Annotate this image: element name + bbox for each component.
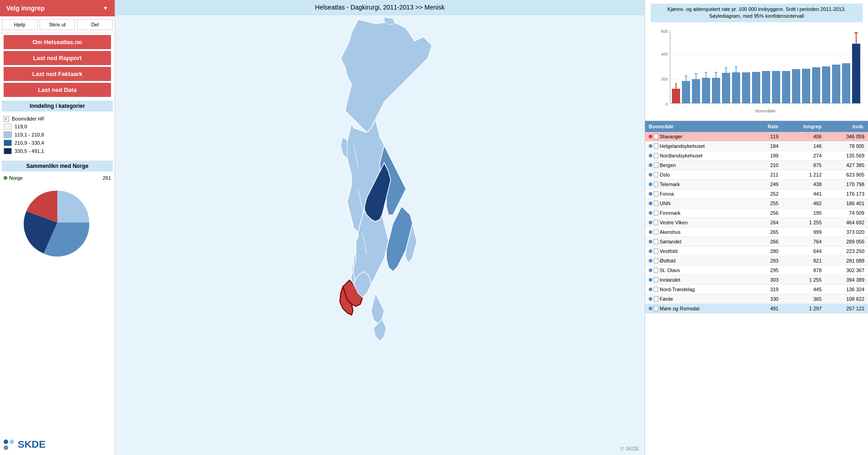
cell-boområde: Bergen (645, 160, 752, 170)
bar-oslo (712, 78, 720, 103)
table-row[interactable]: Finnmark 256 195 74 509 (645, 208, 868, 217)
cell-inngrep: 438 (782, 179, 825, 189)
table-row[interactable]: Telemark 249 438 170 798 (645, 179, 868, 189)
bar-telemark (722, 73, 730, 103)
bar-helgeland (682, 81, 690, 103)
cell-rate: 199 (752, 151, 782, 160)
cell-boområde: Helgelandsykehuset (645, 141, 752, 151)
last-ned-rapport-button[interactable]: Last ned Rapport (4, 51, 111, 65)
row-dot-icon (649, 288, 652, 291)
table-row[interactable]: Møre og Romsdal 491 1 297 257 122 (645, 303, 868, 313)
bar-innlandet (822, 66, 830, 103)
bar-sorlandet (782, 71, 790, 103)
row-doc-icon (654, 172, 658, 177)
table-row[interactable]: Stavanger 119 406 346 059 (645, 132, 868, 142)
legend-label-1: 119,1 - 210,8 (15, 132, 44, 137)
cell-inngrep: 1 212 (782, 170, 825, 179)
row-dot-icon (649, 182, 652, 186)
cell-innb: 176 173 (825, 189, 868, 198)
row-doc-icon (654, 143, 658, 149)
table-row[interactable]: Østfold 283 821 281 088 (645, 256, 868, 265)
cell-rate: 266 (752, 237, 782, 246)
table-row[interactable]: St. Olavs 295 878 302 367 (645, 265, 868, 275)
table-row[interactable]: Fonna 252 441 176 173 (645, 189, 868, 198)
row-doc-icon (654, 191, 658, 197)
row-dot-icon (649, 163, 652, 167)
cell-rate: 319 (752, 284, 782, 294)
cell-rate: 303 (752, 275, 782, 284)
table-row[interactable]: Bergen 210 875 427 385 (645, 160, 868, 170)
cell-boområde: Vestre Viken (645, 217, 752, 227)
row-doc-icon (654, 306, 658, 311)
skde-dot-row-1 (4, 440, 14, 444)
row-doc-icon (654, 134, 658, 139)
row-dot-icon (649, 154, 652, 157)
cell-inngrep: 406 (782, 132, 825, 142)
row-doc-icon (654, 229, 658, 235)
cell-boområde: Sørlandet (645, 237, 752, 246)
table-row[interactable]: Vestre Viken 264 1 255 464 692 (645, 217, 868, 227)
map-lista (373, 319, 387, 341)
cell-inngrep: 274 (782, 151, 825, 160)
row-dot-icon (649, 268, 652, 272)
velg-inngrep-button[interactable]: Velg inngrep ▼ (0, 0, 115, 16)
cell-innb: 108 622 (825, 294, 868, 303)
row-doc-icon (654, 162, 658, 168)
row-dot-icon (649, 221, 652, 224)
cell-rate: 283 (752, 256, 782, 265)
row-doc-icon (654, 182, 658, 187)
last-ned-faktaark-button[interactable]: Last ned Faktaark (4, 67, 111, 81)
bar-unn (742, 72, 750, 103)
cell-rate: 256 (752, 208, 782, 217)
pie-chart (21, 186, 94, 259)
table-row[interactable]: Akershus 265 999 373 020 (645, 227, 868, 237)
chart-title-line2: Søylediagram, med 95% konfidensintervall (709, 13, 804, 19)
table-row[interactable]: Helgelandsykehuset 184 146 78 005 (645, 141, 868, 151)
cell-rate: 491 (752, 303, 782, 313)
table-row[interactable]: Oslo 211 1 212 623 905 (645, 170, 868, 179)
compare-label: Norge (9, 175, 23, 181)
bar-vestre-viken (762, 71, 770, 103)
bar-chart-svg: 0 200 400 600 (651, 26, 863, 117)
bar-vestfold (792, 69, 800, 103)
skriv-ut-button[interactable]: Skriv ut (40, 19, 76, 30)
bar-ostfold (802, 69, 810, 103)
table-row[interactable]: Sørlandet 266 764 289 056 (645, 237, 868, 246)
legend-hf-label: Boområder HF (12, 116, 45, 121)
bar-nordland (692, 79, 700, 103)
legend-item-1: 119,1 - 210,8 (4, 131, 111, 139)
cell-inngrep: 365 (782, 294, 825, 303)
cell-inngrep: 644 (782, 246, 825, 256)
table-row[interactable]: UNN 255 482 186 401 (645, 198, 868, 208)
cell-innb: 346 059 (825, 132, 868, 142)
cell-inngrep: 999 (782, 227, 825, 237)
bar-akershus (772, 71, 780, 103)
row-doc-icon (654, 277, 658, 283)
map-content[interactable]: © SKDE (115, 15, 645, 455)
table-header-row: Boområde Rate Inngrep Innb. (645, 121, 868, 132)
hjelp-button[interactable]: Hjelp (2, 19, 38, 30)
row-dot-icon (649, 144, 652, 148)
legend-swatch-light (4, 131, 12, 138)
col-rate[interactable]: Rate (752, 121, 782, 132)
skde-label: SKDE (18, 439, 45, 450)
table-row[interactable]: Førde 330 365 108 622 (645, 294, 868, 303)
col-inngrep: Inngrep (782, 121, 825, 132)
compare-value: 261 (103, 175, 111, 181)
chart-title-line1: Kjønns- og aldersjustert rate pr. 100 00… (667, 6, 846, 12)
row-dot-icon (649, 211, 652, 215)
last-ned-data-button[interactable]: Last ned Data (4, 83, 111, 97)
table-row[interactable]: Nord-Trøndelag 319 445 136 324 (645, 284, 868, 294)
compare-row: Norge 261 (4, 175, 111, 181)
legend: ✓ Boområder HF 119,0 119,1 - 210,8 210,9… (0, 113, 115, 157)
table-row[interactable]: Nordlandsykehuset 199 274 135 569 (645, 151, 868, 160)
table-row[interactable]: Innlandet 303 1 255 394 389 (645, 275, 868, 284)
table-row[interactable]: Vestfold 280 644 223 250 (645, 246, 868, 256)
om-helseatlas-button[interactable]: Om Helseatlas.no (4, 35, 111, 49)
legend-checkbox[interactable]: ✓ (4, 116, 9, 121)
del-button[interactable]: Del (77, 19, 113, 30)
y-label-0: 0 (666, 102, 668, 106)
norway-map-svg (271, 15, 489, 406)
col-boområde: Boområde (645, 121, 752, 132)
cell-innb: 223 250 (825, 246, 868, 256)
